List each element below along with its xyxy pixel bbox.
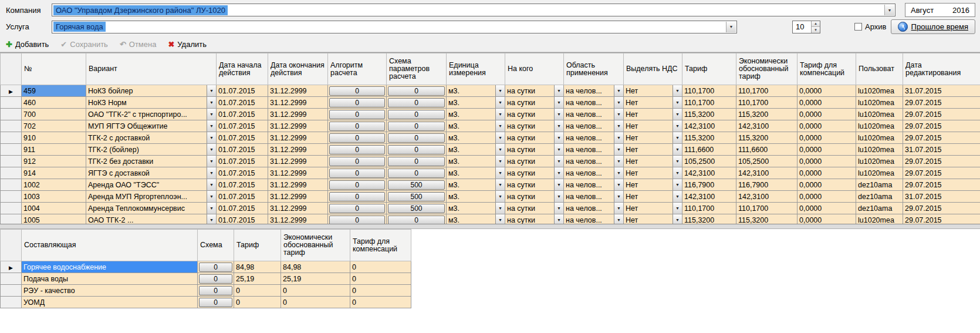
cell-date-end[interactable]: 31.12.2999 <box>268 203 328 214</box>
cell-comp-tariff[interactable]: 0,0000 <box>797 109 856 120</box>
cell-unit[interactable]: м3. <box>447 156 505 167</box>
cell-date-end[interactable]: 31.12.2999 <box>268 120 328 132</box>
cell-date-end[interactable]: 31.12.2999 <box>268 144 328 156</box>
cell-user[interactable]: lu1020mea <box>856 97 903 109</box>
dropdown-icon[interactable] <box>554 167 563 179</box>
row-selector[interactable] <box>1 109 22 120</box>
dropdown-icon[interactable] <box>554 156 563 167</box>
cell-date-start[interactable]: 01.07.2015 <box>217 191 268 203</box>
scheme-button[interactable]: 500 <box>388 180 445 190</box>
cell-eco-tariff[interactable]: 142,3100 <box>736 167 797 179</box>
cell-tariff[interactable]: 142,3100 <box>682 120 736 132</box>
dropdown-icon[interactable] <box>673 132 682 143</box>
company-combobox[interactable]: ОАО "Управдом Дзержинского района" ЛУ-10… <box>52 4 895 16</box>
dropdown-icon[interactable] <box>673 97 682 108</box>
table-row[interactable]: Горячее водоснабжение 0 84,98 84,98 0 <box>1 261 411 273</box>
dropdown-icon[interactable] <box>554 179 563 190</box>
past-time-button[interactable]: Прошлое время <box>891 19 975 34</box>
cell-tariff[interactable]: 142,3100 <box>682 191 736 203</box>
row-selector[interactable] <box>1 167 22 179</box>
cell-date-end[interactable]: 31.12.2999 <box>268 156 328 167</box>
cell-eco-tariff[interactable]: 115,3200 <box>736 109 797 120</box>
cell-number[interactable]: 459 <box>22 85 86 97</box>
cell-date-end[interactable]: 31.12.2999 <box>268 179 328 191</box>
cell-number[interactable]: 700 <box>22 109 86 120</box>
cell-scheme[interactable]: 0 <box>198 285 234 297</box>
cell-user[interactable]: dez10ama <box>856 179 903 191</box>
cell-user[interactable]: dez10ama <box>856 203 903 214</box>
cell-per[interactable]: на сутки <box>505 120 564 132</box>
cell-date-start[interactable]: 01.07.2015 <box>217 97 268 109</box>
cell-algorithm[interactable]: 0 <box>328 97 387 109</box>
algorithm-button[interactable]: 0 <box>329 145 385 154</box>
scheme-button[interactable]: 0 <box>199 263 232 272</box>
cell-comp-tariff[interactable]: 0 <box>350 261 411 273</box>
cell-per[interactable]: на сутки <box>505 85 564 97</box>
dropdown-icon[interactable] <box>554 109 563 120</box>
cell-user[interactable]: dez10ama <box>856 191 903 203</box>
col-header-unit[interactable]: Единица измерения <box>447 53 505 85</box>
row-selector[interactable] <box>1 297 22 308</box>
cell-user[interactable]: lu1020mea <box>856 144 903 156</box>
cell-comp-tariff[interactable]: 0,0000 <box>797 85 856 97</box>
year-value[interactable]: 2016 <box>952 6 969 15</box>
cell-unit[interactable]: м3. <box>447 109 505 120</box>
cell-vat[interactable]: Нет <box>624 132 682 144</box>
cell-algorithm[interactable]: 0 <box>328 191 387 203</box>
cell-number[interactable]: 460 <box>22 97 86 109</box>
dropdown-icon[interactable] <box>495 191 505 202</box>
cell-eco-tariff[interactable]: 116,7900 <box>736 179 797 191</box>
cell-scheme[interactable]: 0 <box>387 156 447 167</box>
cell-variant[interactable]: ТГК-2 без доставки <box>86 156 217 167</box>
cell-date-start[interactable]: 01.07.2015 <box>217 167 268 179</box>
cell-comp-tariff[interactable]: 0,0000 <box>797 144 856 156</box>
cell-eco-tariff[interactable]: 142,3100 <box>736 191 797 203</box>
cell-number[interactable]: 911 <box>22 144 86 156</box>
cell-number[interactable]: 1005 <box>22 214 86 225</box>
scheme-button[interactable]: 0 <box>388 216 445 225</box>
dropdown-icon[interactable] <box>614 120 623 132</box>
cell-edited[interactable]: 29.07.2015 <box>903 120 980 132</box>
cell-unit[interactable]: м3. <box>447 203 505 214</box>
col-header-variant[interactable]: Вариант <box>86 53 217 85</box>
cell-component[interactable]: УОМД <box>22 297 198 308</box>
dropdown-icon[interactable] <box>495 97 505 108</box>
col-header-eco-tariff[interactable]: Экономически обоснованный тариф <box>736 53 797 85</box>
cell-date-end[interactable]: 31.12.2999 <box>268 97 328 109</box>
dropdown-icon[interactable] <box>614 191 623 202</box>
algorithm-button[interactable]: 0 <box>329 110 385 119</box>
cell-tariff[interactable]: 110,1700 <box>682 203 736 214</box>
cell-variant[interactable]: Аренда Теплокоммунсервис <box>86 203 217 214</box>
row-selector[interactable] <box>1 120 22 132</box>
cell-edited[interactable]: 31.07.2015 <box>903 144 980 156</box>
cell-eco-tariff[interactable]: 115,3200 <box>736 132 797 144</box>
cell-eco-tariff[interactable]: 115,3200 <box>736 214 797 225</box>
table-row[interactable]: РЭУ - качество 0 0 0 0 <box>1 285 411 297</box>
dropdown-icon[interactable] <box>495 214 505 224</box>
col-header-scheme[interactable]: Схема <box>198 230 234 261</box>
spin-down-icon[interactable] <box>812 26 820 33</box>
cell-variant[interactable]: ЯГТЭ с доставкой <box>86 167 217 179</box>
chevron-down-icon[interactable] <box>884 5 894 15</box>
cell-per[interactable]: на сутки <box>505 156 564 167</box>
cell-comp-tariff[interactable]: 0,0000 <box>797 167 856 179</box>
cell-variant[interactable]: НоКЗ бойлер <box>86 85 217 97</box>
row-selector[interactable] <box>1 97 22 109</box>
cell-scope[interactable]: на челов... <box>564 156 624 167</box>
spin-up-icon[interactable] <box>812 21 820 27</box>
dropdown-icon[interactable] <box>614 109 623 120</box>
dropdown-icon[interactable] <box>207 179 216 190</box>
cell-vat[interactable]: Нет <box>624 109 682 120</box>
col-header-eco-tariff[interactable]: Экономически обоснованный тариф <box>281 230 350 261</box>
dropdown-icon[interactable] <box>495 120 505 132</box>
cell-algorithm[interactable]: 0 <box>328 203 387 214</box>
table-row[interactable]: 914 ЯГТЭ с доставкой 01.07.2015 31.12.29… <box>1 167 980 179</box>
dropdown-icon[interactable] <box>207 144 216 155</box>
cell-algorithm[interactable]: 0 <box>328 132 387 144</box>
cell-vat[interactable]: Нет <box>624 179 682 191</box>
scheme-button[interactable]: 0 <box>388 86 445 96</box>
cell-eco-tariff[interactable]: 110,1700 <box>736 85 797 97</box>
dropdown-icon[interactable] <box>207 156 216 167</box>
col-header-tariff[interactable]: Тариф <box>234 230 281 261</box>
cell-per[interactable]: на сутки <box>505 179 564 191</box>
